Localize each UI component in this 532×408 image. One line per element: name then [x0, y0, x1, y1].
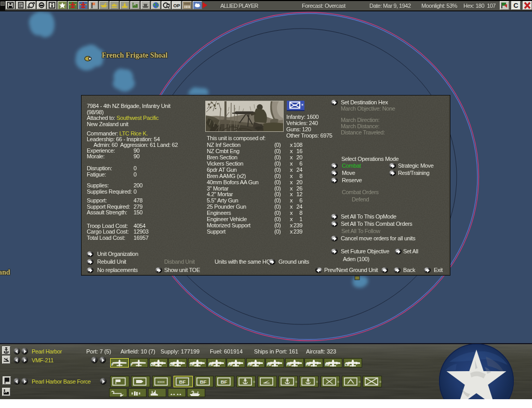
svg-text:=: = [337, 379, 339, 384]
svg-text:OP: OP [173, 3, 180, 8]
svg-text:PA: PA [248, 363, 252, 366]
svg-text:PA: PA [228, 363, 233, 366]
svg-text:DB: DB [151, 363, 156, 366]
svg-text:PA: PA [267, 363, 272, 366]
svg-text:=: = [295, 379, 297, 384]
svg-text:BF: BF [179, 379, 186, 385]
svg-text:PA: PA [306, 363, 311, 366]
svg-text:RE: RE [325, 363, 330, 366]
svg-text:xxxx: xxxx [157, 380, 165, 384]
svg-text:BF: BF [200, 379, 207, 385]
svg-text:=: = [253, 379, 255, 384]
svg-text:=: = [316, 379, 318, 384]
svg-text:PA: PA [209, 363, 214, 366]
svg-text:=: = [358, 379, 361, 384]
svg-text:F: F [131, 363, 133, 366]
svg-text:TR: TR [190, 363, 194, 366]
svg-text:F: F [112, 363, 114, 366]
svg-text:LB: LB [345, 363, 350, 366]
svg-text:DB: DB [170, 363, 175, 366]
svg-text:PA: PA [287, 363, 291, 366]
svg-text:=: = [379, 379, 381, 384]
svg-text:C: C [513, 2, 518, 9]
svg-text:BF: BF [221, 379, 228, 385]
